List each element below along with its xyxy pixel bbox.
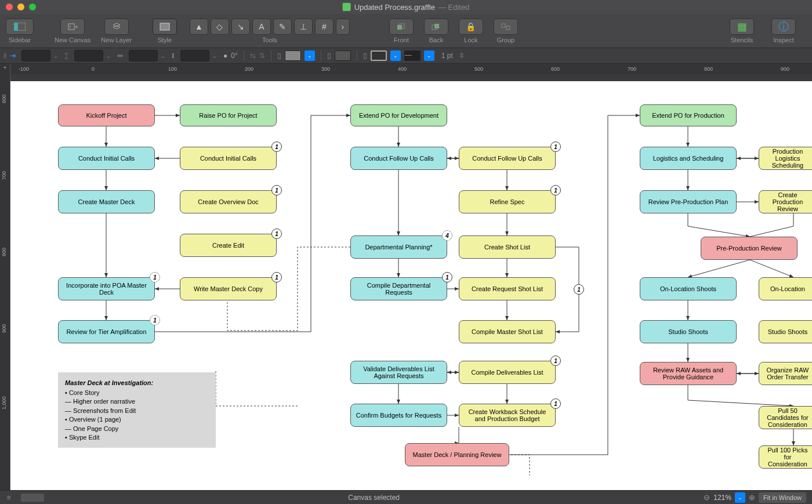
- box-refine-spec[interactable]: Refine Spec: [459, 190, 556, 213]
- inspect-button[interactable]: ⓘ: [771, 19, 796, 35]
- shape-tool[interactable]: ◇: [211, 19, 229, 35]
- inspect-label: Inspect: [773, 37, 793, 43]
- box-create-overview[interactable]: Create Overview Doc: [180, 190, 277, 213]
- stroke-swatch[interactable]: [371, 50, 387, 61]
- box-conduct-follow-yellow[interactable]: Conduct Follow Up Calls: [459, 147, 556, 170]
- box-create-prod-review[interactable]: Create Production Review: [759, 190, 812, 213]
- fill-swatch[interactable]: [285, 50, 301, 61]
- box-create-workback[interactable]: Create Workback Schedule and Production …: [459, 404, 556, 427]
- group-button[interactable]: [494, 19, 518, 35]
- pen-tool[interactable]: ✎: [273, 19, 292, 35]
- box-create-master-deck[interactable]: Create Master Deck: [58, 190, 155, 213]
- horizontal-ruler[interactable]: + -1000100200300400500600700800900: [0, 64, 812, 74]
- note-master-deck[interactable]: Master Deck at Investigation: • Core Sto…: [58, 372, 216, 448]
- box-extend-po-dev[interactable]: Extend PO for Development: [350, 104, 447, 126]
- box-compile-deliv[interactable]: Compile Deliverables List: [459, 361, 556, 384]
- box-create-shot-list[interactable]: Create Shot List: [459, 235, 556, 259]
- ruler-origin[interactable]: +: [0, 64, 10, 74]
- rotation-handle-icon[interactable]: ●: [223, 52, 227, 60]
- box-organize-raw[interactable]: Organize RAW Order Transfer: [759, 362, 812, 385]
- box-preprod-review[interactable]: Pre-Production Review: [701, 237, 798, 260]
- box-onloc-yellow[interactable]: On-Location: [759, 277, 812, 300]
- slider[interactable]: [21, 494, 44, 502]
- stroke-icon[interactable]: ▯: [363, 52, 367, 60]
- box-conduct-follow-cyan[interactable]: Conduct Follow Up Calls: [350, 147, 447, 170]
- align-icon[interactable]: ⫴: [3, 52, 6, 60]
- guides-icon[interactable]: ⇥: [10, 52, 16, 60]
- svg-rect-1: [14, 23, 18, 31]
- box-conduct-calls-cyan[interactable]: Conduct Initial Calls: [58, 147, 155, 170]
- box-pull-50[interactable]: Pull 50 Candidates for Consideration: [759, 406, 812, 429]
- box-pull-100[interactable]: Pull 100 Picks for Consideration: [759, 445, 812, 469]
- stroke-dropdown[interactable]: ⌄: [390, 50, 401, 61]
- new-canvas-button[interactable]: +: [60, 19, 85, 35]
- box-confirm-budgets[interactable]: Confirm Budgets for Requests: [350, 404, 447, 427]
- line-style-swatch[interactable]: —: [404, 50, 420, 61]
- zoom-button[interactable]: [29, 3, 36, 10]
- box-conduct-calls-yellow[interactable]: Conduct Initial Calls: [180, 147, 277, 170]
- box-validate-deliv[interactable]: Validate Deliverables List Against Reque…: [350, 361, 447, 384]
- point-tool[interactable]: #: [315, 19, 334, 35]
- zoom-out-icon[interactable]: ⊖: [704, 493, 710, 502]
- zoom-in-icon[interactable]: ⊕: [749, 493, 755, 502]
- box-onloc-cyan[interactable]: On-Location Shoots: [640, 277, 737, 300]
- stroke-fill-swatch[interactable]: [335, 50, 351, 61]
- sidebar-button[interactable]: [6, 19, 34, 35]
- box-extend-po-prod[interactable]: Extend PO for Production: [640, 104, 737, 126]
- box-write-master-copy[interactable]: Write Master Deck Copy: [180, 277, 277, 300]
- tools-label: Tools: [262, 37, 277, 43]
- box-review-raw[interactable]: Review RAW Assets and Provide Guidance: [640, 362, 737, 385]
- box-review-preprod[interactable]: Review Pre-Production Plan: [640, 190, 737, 213]
- box-master-planning-review[interactable]: Master Deck / Planning Review: [405, 443, 509, 466]
- box-create-req-shot[interactable]: Create Request Shot List: [459, 277, 556, 300]
- box-compile-master-shot[interactable]: Compile Master Shot List: [459, 320, 556, 343]
- box-incorporate[interactable]: Incorporate into POA Master Deck: [58, 277, 155, 300]
- diagram-tool[interactable]: ⊥: [294, 19, 313, 35]
- fit-window-button[interactable]: Fit in Window: [759, 492, 806, 503]
- line-style-dropdown[interactable]: ⌄: [424, 50, 434, 61]
- flip-h-icon[interactable]: ⇆: [250, 52, 256, 60]
- fill-dropdown[interactable]: ⌄: [304, 50, 315, 61]
- text-tool[interactable]: A: [252, 19, 271, 35]
- box-raise-po[interactable]: Raise PO for Project: [180, 104, 277, 126]
- line-tool[interactable]: ↘: [231, 19, 250, 35]
- style-well[interactable]: [153, 19, 177, 35]
- box-studio-yellow[interactable]: Studio Shoots: [759, 320, 812, 343]
- minimize-button[interactable]: [17, 3, 24, 10]
- back-button[interactable]: [424, 19, 448, 35]
- flip-v-icon[interactable]: ⇅: [259, 52, 265, 60]
- box-logistics[interactable]: Logistics and Scheduling: [640, 147, 737, 170]
- font-family-field[interactable]: [21, 50, 50, 61]
- front-button[interactable]: [389, 19, 414, 35]
- text-cursor-icon[interactable]: ⌶: [64, 52, 68, 60]
- stroke-none-icon[interactable]: ▯: [327, 52, 331, 60]
- layer-menu-icon[interactable]: ≡: [0, 494, 17, 502]
- note-title: Master Deck at Investigation:: [65, 379, 153, 386]
- badge-1k: 1: [550, 356, 561, 366]
- zoom-dropdown[interactable]: ⌄: [735, 492, 745, 503]
- box-dept-planning[interactable]: Departmental Planning*: [350, 235, 447, 259]
- box-review-tier[interactable]: Review for Tier Amplification: [58, 320, 155, 343]
- box-prod-log-sched[interactable]: Production Logistics Scheduling: [759, 147, 812, 170]
- font-size-field[interactable]: [74, 50, 103, 61]
- fill-none-icon[interactable]: ▯: [277, 52, 281, 60]
- box-compile-dept-req[interactable]: Compile Departmental Requests: [350, 277, 447, 300]
- badge-1d: 1: [150, 272, 160, 282]
- lock-button[interactable]: 🔒: [459, 19, 483, 35]
- spacing-icon[interactable]: ⇔: [117, 52, 123, 60]
- more-tools[interactable]: ›: [336, 19, 350, 35]
- stencils-button[interactable]: ▦: [730, 19, 754, 35]
- text-size-icon[interactable]: 𝐈: [172, 52, 175, 60]
- new-layer-button[interactable]: [104, 19, 129, 35]
- stroke-width-stepper[interactable]: ⇳: [459, 52, 465, 60]
- canvas[interactable]: Kickoff Project Raise PO for Project Con…: [10, 81, 812, 490]
- selection-tool[interactable]: ▲: [190, 19, 208, 35]
- box-studio-cyan[interactable]: Studio Shoots: [640, 320, 737, 343]
- box-kickoff[interactable]: Kickoff Project: [58, 104, 155, 126]
- close-button[interactable]: [6, 3, 13, 10]
- statusbar: ≡ Canvas selected ⊖ 121% ⌄ ⊕ Fit in Wind…: [0, 490, 812, 504]
- spacing-field[interactable]: [129, 50, 158, 61]
- size-field[interactable]: [180, 50, 209, 61]
- box-create-edit[interactable]: Create Edit: [180, 234, 277, 257]
- vertical-ruler[interactable]: 6007008009001,000: [0, 74, 10, 490]
